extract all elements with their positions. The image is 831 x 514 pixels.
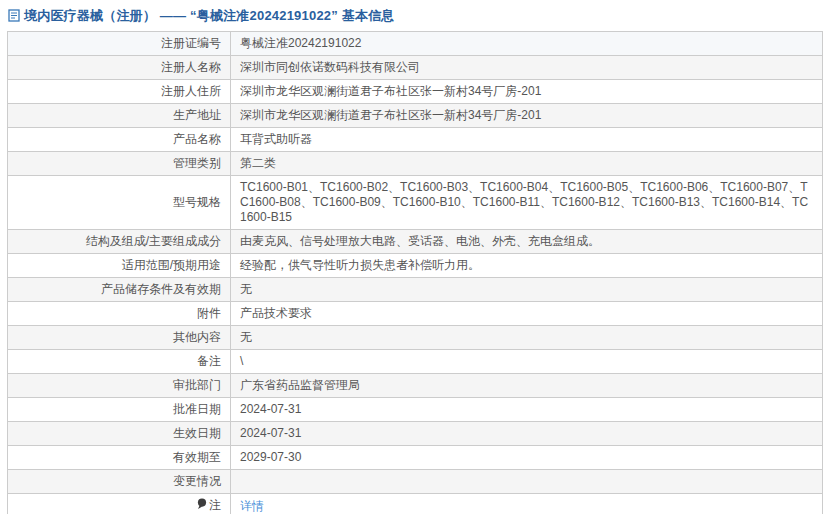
table-row: 管理类别 第二类 (8, 152, 823, 176)
row-label-text: 适用范围/预期用途 (122, 258, 221, 272)
row-value-text: 深圳市同创依诺数码科技有限公司 (240, 60, 420, 74)
row-label: 批准日期 (8, 398, 231, 422)
table-row: 注册人名称 深圳市同创依诺数码科技有限公司 (8, 56, 823, 80)
table-row: 备注 \ (8, 350, 823, 374)
row-value: 无 (231, 278, 823, 302)
table-row: 生产地址 深圳市龙华区观澜街道君子布社区张一新村34号厂房-201 (8, 104, 823, 128)
document-icon (8, 9, 20, 22)
row-value-text: 2029-07-30 (240, 450, 301, 464)
row-value: 无 (231, 326, 823, 350)
row-label-text: 备注 (197, 354, 221, 368)
row-label: 注册证编号 (8, 32, 231, 56)
row-label-text: 产品储存条件及有效期 (101, 282, 221, 296)
row-label: 变更情况 (8, 470, 231, 494)
row-label-text: 附件 (197, 306, 221, 320)
row-value (231, 470, 823, 494)
row-label: 注册人住所 (8, 80, 231, 104)
row-label-text: 生产地址 (173, 108, 221, 122)
row-label: 结构及组成/主要组成成分 (8, 230, 231, 254)
table-row: 批准日期 2024-07-31 (8, 398, 823, 422)
row-value-text: 深圳市龙华区观澜街道君子布社区张一新村34号厂房-201 (240, 108, 541, 122)
row-value: 广东省药品监督管理局 (231, 374, 823, 398)
row-value-text: 由麦克风、信号处理放大电路、受话器、电池、外壳、充电盒组成。 (240, 234, 600, 248)
row-value: 第二类 (231, 152, 823, 176)
row-label-text: 生效日期 (173, 426, 221, 440)
row-value-text: 耳背式助听器 (240, 132, 312, 146)
row-label-text: 型号规格 (173, 195, 221, 209)
row-label: 审批部门 (8, 374, 231, 398)
row-value-text: 产品技术要求 (240, 306, 312, 320)
table-row: 产品名称 耳背式助听器 (8, 128, 823, 152)
row-value: 2024-07-31 (231, 398, 823, 422)
row-label: 产品名称 (8, 128, 231, 152)
row-label: 型号规格 (8, 176, 231, 230)
details-link[interactable]: 详情 (240, 499, 264, 513)
row-value: 详情 (231, 494, 823, 514)
row-value-text: 深圳市龙华区观澜街道君子布社区张一新村34号厂房-201 (240, 84, 541, 98)
row-label: 其他内容 (8, 326, 231, 350)
row-value-text: TC1600-B01、TC1600-B02、TC1600-B03、TC1600-… (240, 180, 808, 224)
row-value: 深圳市同创依诺数码科技有限公司 (231, 56, 823, 80)
row-label: 有效期至 (8, 446, 231, 470)
row-label-text: 管理类别 (173, 156, 221, 170)
table-row: 注 详情 (8, 494, 823, 514)
table-row: 生效日期 2024-07-31 (8, 422, 823, 446)
row-value: 粤械注准20242191022 (231, 32, 823, 56)
row-label: 备注 (8, 350, 231, 374)
row-label-text: 审批部门 (173, 378, 221, 392)
row-label-text: 注 (209, 498, 221, 512)
row-label: 产品储存条件及有效期 (8, 278, 231, 302)
row-label-text: 产品名称 (173, 132, 221, 146)
row-value: \ (231, 350, 823, 374)
row-value: 2029-07-30 (231, 446, 823, 470)
row-value-text: \ (240, 354, 243, 368)
table-row: 附件 产品技术要求 (8, 302, 823, 326)
row-value: 产品技术要求 (231, 302, 823, 326)
table-row: 有效期至 2029-07-30 (8, 446, 823, 470)
table-row: 适用范围/预期用途 经验配，供气导性听力损失患者补偿听力用。 (8, 254, 823, 278)
row-value: 经验配，供气导性听力损失患者补偿听力用。 (231, 254, 823, 278)
page-header: 境内医疗器械（注册） —— “粤械注准20242191022” 基本信息 (0, 0, 831, 30)
row-value: 耳背式助听器 (231, 128, 823, 152)
row-label-text: 变更情况 (173, 474, 221, 488)
page: 境内医疗器械（注册） —— “粤械注准20242191022” 基本信息 注册证… (0, 0, 831, 514)
row-value: 深圳市龙华区观澜街道君子布社区张一新村34号厂房-201 (231, 80, 823, 104)
row-value-text: 无 (240, 282, 252, 296)
row-label-text: 注册人名称 (161, 60, 221, 74)
row-value-text: 第二类 (240, 156, 276, 170)
table-row: 审批部门 广东省药品监督管理局 (8, 374, 823, 398)
row-value-text: 经验配，供气导性听力损失患者补偿听力用。 (240, 258, 480, 272)
row-value: 由麦克风、信号处理放大电路、受话器、电池、外壳、充电盒组成。 (231, 230, 823, 254)
row-label-text: 注册证编号 (161, 36, 221, 50)
note-icon (197, 498, 207, 514)
table-row: 其他内容 无 (8, 326, 823, 350)
row-label: 适用范围/预期用途 (8, 254, 231, 278)
row-value-text: 广东省药品监督管理局 (240, 378, 360, 392)
row-label-text: 批准日期 (173, 402, 221, 416)
row-label-text: 注册人住所 (161, 84, 221, 98)
row-label: 生效日期 (8, 422, 231, 446)
table-row: 变更情况 (8, 470, 823, 494)
row-label-text: 结构及组成/主要组成成分 (86, 234, 221, 248)
row-value-text: 2024-07-31 (240, 426, 301, 440)
table-row: 产品储存条件及有效期 无 (8, 278, 823, 302)
table-row: 注册证编号 粤械注准20242191022 (8, 32, 823, 56)
row-label: 附件 (8, 302, 231, 326)
row-label: 注 (8, 494, 231, 514)
row-label: 生产地址 (8, 104, 231, 128)
table-row: 型号规格 TC1600-B01、TC1600-B02、TC1600-B03、TC… (8, 176, 823, 230)
table-row: 注册人住所 深圳市龙华区观澜街道君子布社区张一新村34号厂房-201 (8, 80, 823, 104)
registration-info-table: 注册证编号 粤械注准20242191022 注册人名称 深圳市同创依诺数码科技有… (7, 31, 823, 514)
row-value-text: 粤械注准20242191022 (240, 36, 361, 50)
page-title: 境内医疗器械（注册） —— “粤械注准20242191022” 基本信息 (24, 7, 395, 25)
row-label: 管理类别 (8, 152, 231, 176)
row-label: 注册人名称 (8, 56, 231, 80)
row-value: 2024-07-31 (231, 422, 823, 446)
row-label-text: 其他内容 (173, 330, 221, 344)
row-label-text: 有效期至 (173, 450, 221, 464)
row-value: TC1600-B01、TC1600-B02、TC1600-B03、TC1600-… (231, 176, 823, 230)
row-value-text: 无 (240, 330, 252, 344)
row-value-text: 2024-07-31 (240, 402, 301, 416)
row-value: 深圳市龙华区观澜街道君子布社区张一新村34号厂房-201 (231, 104, 823, 128)
table-row: 结构及组成/主要组成成分 由麦克风、信号处理放大电路、受话器、电池、外壳、充电盒… (8, 230, 823, 254)
